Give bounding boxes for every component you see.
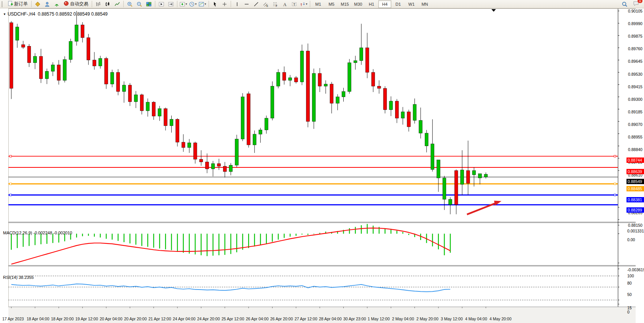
toolbar-grip[interactable] — [2, 1, 4, 7]
line-handle[interactable] — [10, 194, 11, 196]
date-label: 25 Apr 12:00 — [222, 317, 244, 321]
rsi-scale-tick: 0 — [627, 310, 630, 314]
crosshair-tool-button[interactable] — [220, 0, 229, 8]
tile-windows-button[interactable] — [144, 0, 153, 8]
arrows-tool-button[interactable]: ▾ — [299, 0, 308, 8]
date-label: 26 Apr 04:00 — [246, 317, 269, 321]
date-label: 2 May 20:00 — [416, 317, 438, 321]
new-order-label: 新订单 — [14, 1, 28, 7]
auto-scroll-button[interactable] — [157, 0, 166, 8]
rsi-indicator-label: RSI(14) 38.2355 — [3, 275, 34, 280]
equidistant-channel-tool-button[interactable]: E — [261, 0, 270, 8]
chart-window: ▼USDCHF-,H4 0.88575 0.88592 0.88549 0.88… — [0, 8, 644, 323]
price-tick: 0.89990 — [628, 21, 642, 26]
price-tick: 0.90105 — [628, 9, 642, 13]
chart-canvas[interactable] — [0, 8, 644, 323]
date-label: 24 Apr 20:00 — [197, 317, 220, 321]
notification-badge: 1 — [638, 0, 642, 3]
market-watch-icon[interactable] — [33, 0, 42, 8]
timeframe-MN-button[interactable]: MN — [418, 0, 431, 8]
line-handle[interactable] — [10, 183, 11, 185]
date-label: 30 Apr 23:00 — [343, 317, 366, 321]
timeframe-M5-button[interactable]: M5 — [325, 0, 338, 8]
vertical-line-tool-button[interactable] — [233, 0, 242, 8]
macd-scale-tick: 0.001331 — [627, 229, 644, 233]
timeframe-W1-button[interactable]: W1 — [405, 0, 418, 8]
candlestick-chart-button[interactable] — [103, 0, 112, 8]
svg-text:E: E — [266, 4, 268, 7]
line-handle[interactable] — [10, 155, 11, 157]
auto-trading-button[interactable]: 自动交易 — [62, 0, 90, 8]
price-tag-0.88639: 0.88639 — [626, 169, 644, 174]
chevron-down-icon: ▾ — [204, 2, 206, 6]
date-label: 28 Apr 04:00 — [319, 317, 342, 321]
line-chart-button[interactable] — [113, 0, 122, 8]
notifications-button[interactable]: 1 — [631, 0, 641, 8]
price-tag-0.88549: 0.88549 — [626, 179, 644, 184]
templates-button[interactable]: ▾ — [198, 0, 207, 8]
text-label-tool-button[interactable]: T — [290, 0, 299, 8]
date-label: 18 Apr 20:00 — [51, 317, 74, 321]
price-tick: 0.89300 — [628, 97, 642, 102]
price-tick: 0.89185 — [628, 110, 642, 114]
text-tool-button[interactable]: A — [280, 0, 289, 8]
timeframe-M30-button[interactable]: M30 — [352, 0, 365, 8]
price-tag-0.88485: 0.88485 — [626, 186, 644, 191]
timeframe-H1-button[interactable]: H1 — [365, 0, 378, 8]
rsi-scale-tick: 80 — [627, 281, 632, 285]
bar-chart-button[interactable] — [94, 0, 103, 8]
toolbar-right-cluster: 1 — [620, 0, 643, 8]
timeframe-M15-button[interactable]: M15 — [338, 0, 351, 8]
date-label: 2 May 04:00 — [392, 317, 414, 321]
date-label: 4 May 04:00 — [465, 317, 487, 321]
price-tick: 0.89875 — [628, 34, 642, 38]
toolbar-separator — [92, 1, 92, 7]
rsi-scale-tick: 100 — [627, 274, 634, 278]
date-label: 20 Apr 20:00 — [124, 317, 147, 321]
collapse-icon[interactable]: ▼ — [3, 13, 6, 16]
toolbar-separator — [310, 1, 310, 7]
toolbar: 新订单 自动交易 ▾ ▾ ▾ E F A T ▾ — [0, 0, 644, 8]
svg-text:T: T — [293, 2, 296, 6]
svg-text:A: A — [283, 2, 287, 7]
price-tick: 0.89645 — [628, 59, 642, 64]
mt4-window: 新订单 自动交易 ▾ ▾ ▾ E F A T ▾ — [0, 0, 644, 323]
toolbar-separator — [231, 1, 231, 7]
price-tag-0.88289: 0.88289 — [626, 207, 644, 213]
periods-button[interactable]: ▾ — [188, 0, 198, 8]
date-label: 21 Apr 12:00 — [148, 317, 171, 321]
date-label: 24 Apr 04:00 — [173, 317, 196, 321]
horizontal-line-tool-button[interactable] — [242, 0, 251, 8]
line-handle[interactable] — [614, 155, 616, 157]
toolbar-separator — [123, 1, 124, 7]
timeframe-group: M1M5M15M30H1H4D1W1MN — [312, 0, 431, 8]
date-label: 17 Apr 2023 — [2, 317, 24, 321]
line-handle[interactable] — [614, 183, 616, 185]
timeframe-H4-button[interactable]: H4 — [378, 0, 391, 8]
date-label: 20 Apr 04:00 — [100, 317, 123, 321]
date-label: 27 Apr 12:00 — [295, 317, 317, 321]
trendline-tool-button[interactable] — [252, 0, 261, 8]
fibonacci-tool-button[interactable]: F — [271, 0, 280, 8]
signals-icon[interactable] — [52, 0, 61, 8]
accounts-icon[interactable] — [43, 0, 52, 8]
auto-trading-label: 自动交易 — [70, 1, 88, 7]
date-label: 19 Apr 12:00 — [75, 317, 98, 321]
chart-shift-button[interactable] — [166, 0, 175, 8]
zoom-out-button[interactable] — [135, 0, 144, 8]
new-order-icon — [8, 1, 13, 7]
date-label: 18 Apr 04:00 — [27, 317, 49, 321]
search-icon[interactable] — [620, 0, 629, 8]
toolbar-separator — [155, 1, 155, 7]
timeframe-M1-button[interactable]: M1 — [312, 0, 325, 8]
cursor-tool-button[interactable] — [210, 0, 220, 8]
new-order-button[interactable]: 新订单 — [6, 0, 30, 8]
chevron-down-icon: ▾ — [195, 2, 196, 6]
line-handle[interactable] — [614, 194, 616, 196]
ohlc-values: 0.88575 0.88592 0.88549 0.88549 — [38, 11, 108, 17]
add-indicator-button[interactable]: ▾ — [179, 0, 188, 8]
timeframe-D1-button[interactable]: D1 — [392, 0, 405, 8]
auto-trading-icon — [64, 1, 69, 7]
zoom-in-button[interactable] — [125, 0, 134, 8]
rsi-scale-tick: 50 — [627, 292, 632, 297]
